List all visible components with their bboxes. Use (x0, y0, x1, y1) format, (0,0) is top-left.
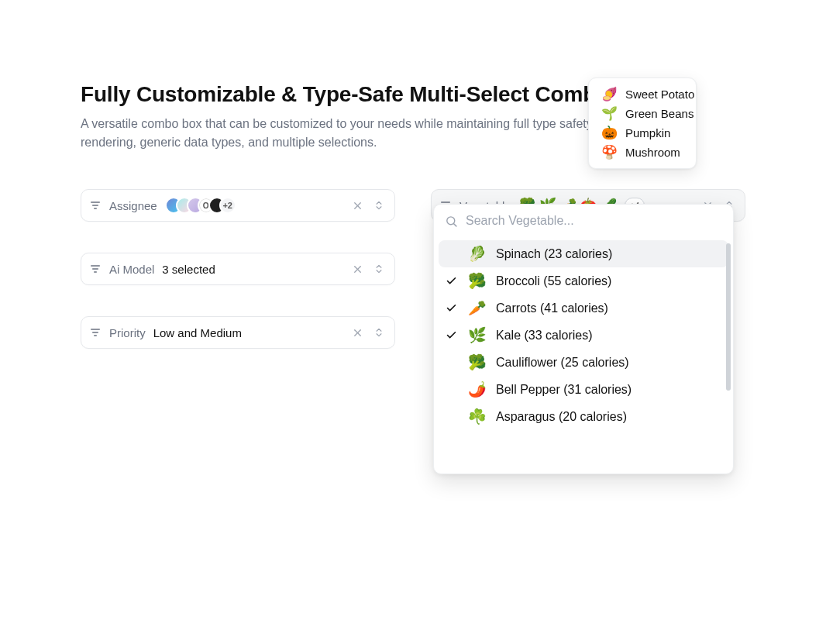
aimodel-value: 3 selected (162, 263, 215, 276)
priority-value: Low and Medium (153, 326, 242, 339)
filter-icon (89, 326, 102, 339)
vegetable-option-label: Broccoli (55 calories) (496, 274, 611, 288)
vegetable-option-label: Kale (33 calories) (496, 329, 593, 343)
filter-icon (89, 263, 102, 275)
chevron-sort-icon[interactable] (371, 325, 387, 340)
overflow-item-label: Sweet Potato (625, 88, 694, 101)
check-icon (443, 329, 459, 341)
svg-line-21 (454, 223, 456, 226)
vegetable-option-label: Bell Pepper (31 calories) (496, 383, 632, 397)
chevron-sort-icon[interactable] (371, 198, 387, 213)
clear-button[interactable] (349, 198, 365, 213)
overflow-item-icon: 🌱 (601, 107, 618, 120)
search-icon (445, 215, 458, 228)
vegetable-option-icon: 🥦 (468, 355, 487, 370)
overflow-item-icon: 🎃 (601, 126, 618, 139)
clear-button[interactable] (349, 261, 365, 277)
filter-icon (89, 199, 102, 212)
vegetable-option[interactable]: 🌶️Bell Pepper (31 calories) (439, 376, 728, 403)
overflow-item-label: Mushroom (625, 146, 680, 159)
priority-label: Priority (109, 326, 146, 339)
vegetable-option[interactable]: 🥕Carrots (41 calories) (439, 294, 728, 322)
vegetable-option-icon: 🥕 (468, 301, 487, 315)
vegetable-option[interactable]: 🥦Broccoli (55 calories) (439, 267, 728, 294)
aimodel-label: Ai Model (109, 263, 154, 276)
aimodel-combobox[interactable]: Ai Model 3 selected (81, 253, 395, 285)
avatar-overflow-badge[interactable]: +2 (219, 197, 236, 214)
vegetable-option[interactable]: 🥦Cauliflower (25 calories) (439, 349, 728, 376)
overflow-item-label: Pumpkin (625, 126, 670, 139)
vegetable-option-icon: 🥬 (468, 246, 487, 261)
check-icon (443, 275, 459, 287)
vegetable-option-label: Spinach (23 calories) (496, 247, 612, 261)
overflow-item[interactable]: 🍠Sweet Potato (594, 84, 691, 104)
vegetable-dropdown: 🥬Spinach (23 calories)🥦Broccoli (55 calo… (433, 204, 734, 474)
vegetable-overflow-popover: 🍠Sweet Potato🌱Green Beans🎃Pumpkin🍄Mushro… (588, 77, 697, 169)
vegetable-option-list: 🥬Spinach (23 calories)🥦Broccoli (55 calo… (434, 237, 733, 474)
assignee-label: Assignee (109, 199, 157, 212)
vegetable-option-icon: 🌶️ (468, 382, 487, 397)
vegetable-option[interactable]: ☘️Asparagus (20 calories) (439, 403, 728, 430)
assignee-combobox[interactable]: Assignee O+2 (81, 189, 395, 222)
overflow-item-label: Green Beans (625, 107, 693, 120)
overflow-item-icon: 🍠 (601, 88, 618, 101)
vegetable-search-input[interactable] (466, 214, 722, 228)
overflow-item-icon: 🍄 (601, 146, 618, 159)
overflow-item[interactable]: 🌱Green Beans (594, 104, 691, 123)
vegetable-option-icon: 🥦 (468, 274, 487, 288)
clear-button[interactable] (349, 325, 365, 340)
vegetable-option-label: Carrots (41 calories) (496, 301, 608, 315)
priority-combobox[interactable]: Priority Low and Medium (81, 316, 395, 349)
scrollbar-thumb[interactable] (726, 243, 731, 391)
vegetable-option[interactable]: 🌿Kale (33 calories) (439, 322, 728, 349)
chevron-sort-icon[interactable] (371, 261, 387, 277)
vegetable-option-label: Asparagus (20 calories) (496, 410, 627, 424)
vegetable-option-label: Cauliflower (25 calories) (496, 356, 629, 370)
vegetable-option-icon: 🌿 (468, 328, 487, 343)
vegetable-option-icon: ☘️ (468, 409, 487, 424)
vegetable-option[interactable]: 🥬Spinach (23 calories) (439, 240, 728, 267)
check-icon (443, 302, 459, 314)
overflow-item[interactable]: 🍄Mushroom (594, 143, 691, 162)
assignee-avatar-stack: O+2 (165, 197, 236, 214)
overflow-item[interactable]: 🎃Pumpkin (594, 123, 691, 143)
